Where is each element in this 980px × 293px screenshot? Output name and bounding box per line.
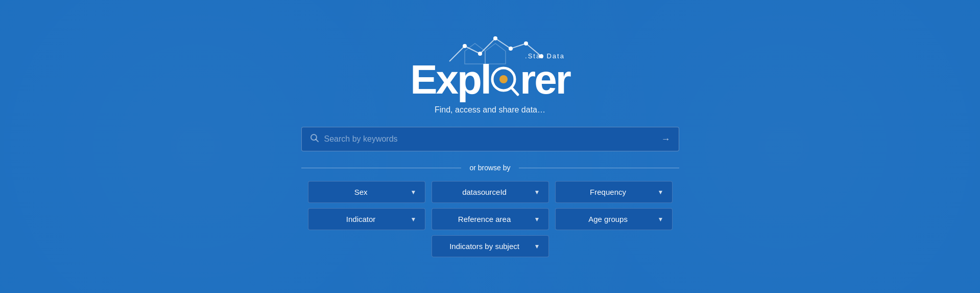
dropdown-row-1: Sex ▼ datasourceId ▼ Frequency ▼: [301, 181, 679, 203]
tagline: Find, access and share data…: [435, 105, 545, 115]
dropdown-indicators-by-subject[interactable]: Indicators by subject ▼: [432, 235, 549, 257]
dropdown-indicator[interactable]: Indicator ▼: [308, 208, 425, 230]
search-submit-arrow[interactable]: →: [661, 134, 671, 145]
svg-point-3: [509, 47, 513, 51]
svg-point-1: [478, 52, 482, 56]
search-input[interactable]: [324, 134, 661, 144]
svg-point-0: [463, 44, 467, 48]
dropdowns-grid: Sex ▼ datasourceId ▼ Frequency ▼ Indicat…: [301, 181, 679, 257]
svg-point-9: [499, 75, 508, 83]
dropdown-age-groups-label: Age groups: [564, 215, 653, 223]
dropdown-frequency[interactable]: Frequency ▼: [555, 181, 673, 203]
logo-title-row: .Stat Data Expl rer: [410, 61, 570, 98]
svg-point-2: [493, 36, 497, 40]
browse-divider: or browse by: [301, 164, 679, 172]
chevron-down-icon: ▼: [658, 189, 664, 196]
chevron-down-icon: ▼: [534, 243, 540, 250]
explorer-logo-text: Expl rer: [410, 61, 570, 98]
dropdown-sex[interactable]: Sex ▼: [308, 181, 425, 203]
divider-right: [519, 168, 679, 168]
chevron-down-icon: ▼: [534, 216, 540, 223]
stat-data-badge: .Stat Data: [525, 52, 565, 60]
dropdown-indicator-label: Indicator: [317, 215, 405, 223]
search-bar: →: [301, 127, 679, 151]
svg-point-4: [524, 41, 528, 46]
chevron-down-icon: ▼: [411, 189, 417, 196]
dropdown-reference-area-label: Reference area: [440, 215, 529, 223]
dropdown-datasourceid[interactable]: datasourceId ▼: [432, 181, 549, 203]
dropdown-frequency-label: Frequency: [564, 188, 653, 196]
chevron-down-icon: ▼: [658, 216, 664, 223]
dropdown-sex-label: Sex: [317, 188, 405, 196]
svg-line-12: [316, 140, 318, 142]
divider-left: [301, 168, 462, 168]
logo-magnifier-icon: [489, 61, 521, 98]
dropdown-row-3: Indicators by subject ▼: [301, 235, 679, 257]
dropdown-row-2: Indicator ▼ Reference area ▼ Age groups …: [301, 208, 679, 230]
chevron-down-icon: ▼: [411, 216, 417, 223]
logo-rer: rer: [520, 61, 570, 98]
dropdown-reference-area[interactable]: Reference area ▼: [432, 208, 549, 230]
svg-line-10: [512, 88, 518, 95]
main-container: .Stat Data Expl rer F: [301, 36, 679, 257]
dropdown-indicators-by-subject-label: Indicators by subject: [440, 242, 529, 251]
dropdown-age-groups[interactable]: Age groups ▼: [555, 208, 673, 230]
search-icon: [310, 133, 319, 145]
dropdown-datasourceid-label: datasourceId: [440, 188, 529, 196]
chevron-down-icon: ▼: [534, 189, 540, 196]
logo-expl: Expl: [410, 61, 490, 98]
browse-label: or browse by: [461, 164, 518, 172]
logo-area: .Stat Data Expl rer: [409, 36, 572, 98]
